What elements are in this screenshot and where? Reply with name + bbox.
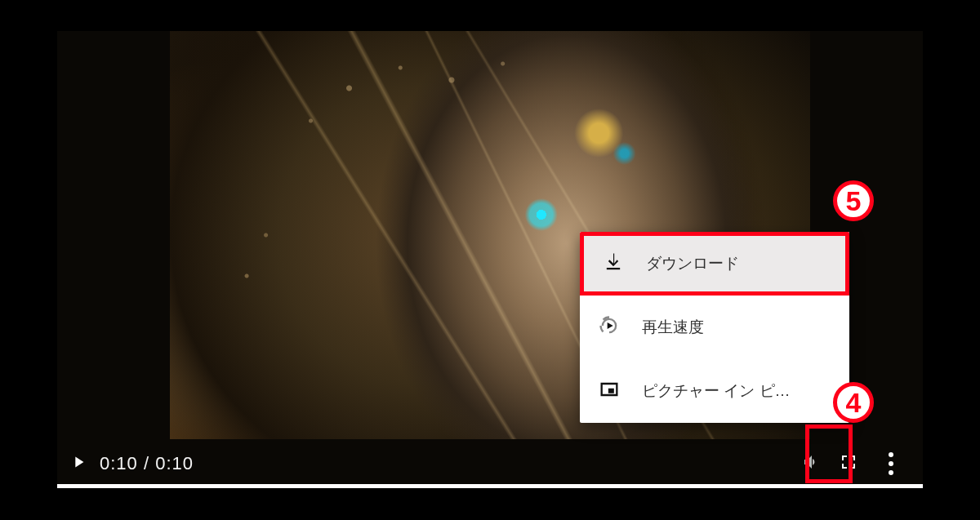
playback-speed-icon xyxy=(598,314,621,341)
progress-bar[interactable] xyxy=(57,484,923,488)
more-vertical-icon xyxy=(889,452,893,475)
menu-item-label: ダウンロード xyxy=(646,253,739,274)
more-options-button[interactable] xyxy=(872,445,910,482)
menu-item-download[interactable]: ダウンロード xyxy=(580,232,849,296)
video-controls: 0:10 / 0:10 xyxy=(57,439,923,488)
menu-item-label: 再生速度 xyxy=(642,317,704,338)
download-icon xyxy=(602,251,625,278)
video-player: ダウンロード 再生速度 ピクチャー イン ピ… 0:10 / 0:10 xyxy=(57,31,923,488)
fullscreen-icon xyxy=(839,452,858,475)
play-icon xyxy=(69,453,87,474)
menu-item-playback-speed[interactable]: 再生速度 xyxy=(580,296,849,359)
play-button[interactable] xyxy=(62,447,95,480)
time-display: 0:10 / 0:10 xyxy=(100,453,194,474)
menu-item-picture-in-picture[interactable]: ピクチャー イン ピ… xyxy=(580,359,849,423)
menu-item-label: ピクチャー イン ピ… xyxy=(642,380,791,402)
more-options-menu: ダウンロード 再生速度 ピクチャー イン ピ… xyxy=(580,232,849,423)
volume-button[interactable] xyxy=(792,445,830,482)
annotation-callout-4: 4 xyxy=(833,382,874,423)
annotation-callout-5: 5 xyxy=(833,180,874,221)
picture-in-picture-icon xyxy=(598,378,621,405)
volume-icon xyxy=(801,452,821,475)
fullscreen-button[interactable] xyxy=(830,445,867,482)
